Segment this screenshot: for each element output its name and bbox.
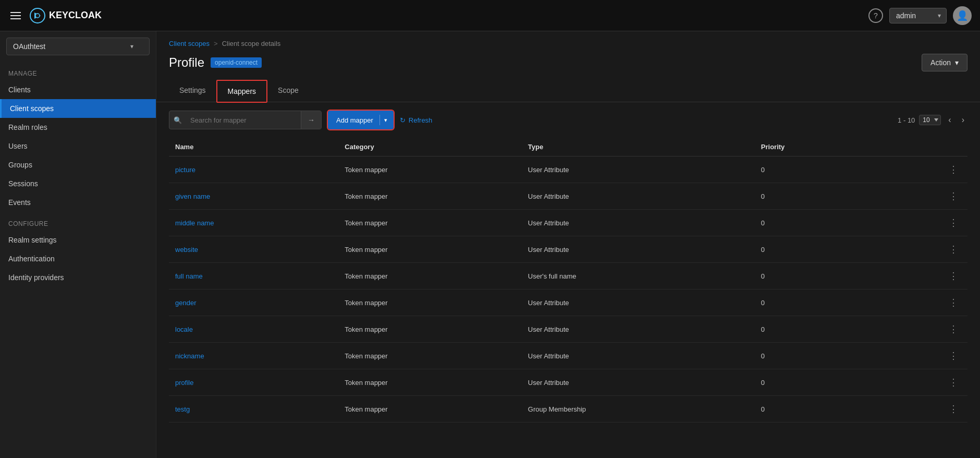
row-name-cell: testg [169,396,338,423]
row-type-cell: User Attribute [522,290,755,316]
row-name-cell: profile [169,369,338,396]
next-page-button[interactable]: › [959,114,967,126]
add-mapper-dropdown-icon: ▾ [382,117,387,124]
row-type-cell: User Attribute [522,343,755,369]
svg-point-2 [35,14,40,18]
row-name-link[interactable]: testg [175,405,190,413]
mappers-table-container: Name Category Type Priority picture Toke… [156,138,980,423]
row-name-link[interactable]: given name [175,192,210,200]
sidebar-item-client-scopes[interactable]: Client scopes [0,99,156,118]
row-kebab-menu[interactable]: ⋮ [946,163,961,176]
table-row: testg Token mapper Group Membership 0 ⋮ [169,396,967,423]
row-name-cell: full name [169,263,338,290]
search-icon: 🔍 [169,116,186,124]
row-name-cell: picture [169,156,338,183]
page-title: Profile [169,55,204,70]
row-menu-cell: ⋮ [875,396,967,423]
row-name-link[interactable]: nickname [175,352,204,360]
table-row: gender Token mapper User Attribute 0 ⋮ [169,290,967,316]
row-name-cell: gender [169,290,338,316]
row-name-link[interactable]: picture [175,166,195,174]
sidebar-item-sessions[interactable]: Sessions [0,174,156,193]
row-category-cell: Token mapper [338,236,522,263]
breadcrumb-separator: > [214,40,218,47]
col-name: Name [169,138,338,156]
row-name-link[interactable]: profile [175,379,193,387]
row-name-link[interactable]: website [175,246,198,254]
sidebar-item-clients[interactable]: Clients [0,80,156,99]
row-kebab-menu[interactable]: ⋮ [946,189,961,203]
refresh-label: Refresh [409,116,433,124]
pagination: 1 - 10 10 20 50 ‹ › [898,114,967,126]
row-kebab-menu[interactable]: ⋮ [946,376,961,389]
sidebar: OAuthtest ▾ Manage Clients Client scopes… [0,31,156,458]
sidebar-item-identity-providers[interactable]: Identity providers [0,268,156,287]
tab-scope[interactable]: Scope [267,80,309,102]
row-category-cell: Token mapper [338,156,522,183]
row-type-cell: User Attribute [522,210,755,236]
row-kebab-menu[interactable]: ⋮ [946,216,961,230]
row-category-cell: Token mapper [338,263,522,290]
content-area: Client scopes > Client scope details Pro… [156,31,980,458]
action-dropdown-icon: ▾ [955,58,959,67]
row-category-cell: Token mapper [338,343,522,369]
row-name-link[interactable]: gender [175,299,196,307]
add-mapper-button[interactable]: Add mapper ▾ [328,111,394,129]
avatar[interactable]: 👤 [953,6,972,25]
row-menu-cell: ⋮ [875,183,967,210]
table-row: given name Token mapper User Attribute 0… [169,183,967,210]
row-type-cell: User Attribute [522,316,755,343]
refresh-button[interactable]: ↻ Refresh [400,116,433,124]
row-kebab-menu[interactable]: ⋮ [946,269,961,283]
row-kebab-menu[interactable]: ⋮ [946,402,961,416]
tab-mappers[interactable]: Mappers [216,80,267,103]
row-priority-cell: 0 [755,263,875,290]
breadcrumb: Client scopes > Client scope details [156,31,980,47]
row-name-cell: nickname [169,343,338,369]
row-priority-cell: 0 [755,210,875,236]
col-category: Category [338,138,522,156]
row-name-link[interactable]: middle name [175,219,214,227]
openid-badge: openid-connect [211,57,262,68]
table-row: nickname Token mapper User Attribute 0 ⋮ [169,343,967,369]
manage-section-label: Manage [0,62,156,80]
row-category-cell: Token mapper [338,369,522,396]
breadcrumb-parent[interactable]: Client scopes [169,40,210,47]
row-kebab-menu[interactable]: ⋮ [946,296,961,309]
row-category-cell: Token mapper [338,316,522,343]
row-kebab-menu[interactable]: ⋮ [946,349,961,363]
row-category-cell: Token mapper [338,183,522,210]
row-kebab-menu[interactable]: ⋮ [946,243,961,256]
realm-selector-arrow: ▾ [130,43,133,50]
hamburger-menu[interactable] [8,10,23,21]
sidebar-item-users[interactable]: Users [0,137,156,155]
row-priority-cell: 0 [755,156,875,183]
row-priority-cell: 0 [755,316,875,343]
admin-dropdown[interactable]: admin [889,8,947,23]
realm-selector[interactable]: OAuthtest ▾ [6,38,150,55]
sidebar-item-realm-settings[interactable]: Realm settings [0,231,156,249]
sidebar-item-groups[interactable]: Groups [0,155,156,174]
help-icon[interactable]: ? [868,8,883,23]
row-name-cell: middle name [169,210,338,236]
mappers-table: Name Category Type Priority picture Toke… [169,138,967,423]
prev-page-button[interactable]: ‹ [945,114,954,126]
refresh-icon: ↻ [400,116,406,124]
pagination-select[interactable]: 10 20 50 [919,115,941,125]
search-submit-button[interactable]: → [301,111,321,129]
row-category-cell: Token mapper [338,290,522,316]
row-kebab-menu[interactable]: ⋮ [946,322,961,336]
row-menu-cell: ⋮ [875,343,967,369]
search-input[interactable] [186,114,301,126]
sidebar-item-realm-roles[interactable]: Realm roles [0,118,156,137]
row-name-link[interactable]: locale [175,326,193,333]
action-button[interactable]: Action ▾ [922,54,967,71]
realm-name: OAuthtest [13,42,45,51]
row-name-link[interactable]: full name [175,272,203,280]
row-menu-cell: ⋮ [875,210,967,236]
sidebar-item-events[interactable]: Events [0,193,156,212]
topnav: KEYCLOAK ? admin 👤 [0,0,980,31]
sidebar-item-authentication[interactable]: Authentication [0,249,156,268]
row-category-cell: Token mapper [338,396,522,423]
tab-settings[interactable]: Settings [169,80,216,102]
